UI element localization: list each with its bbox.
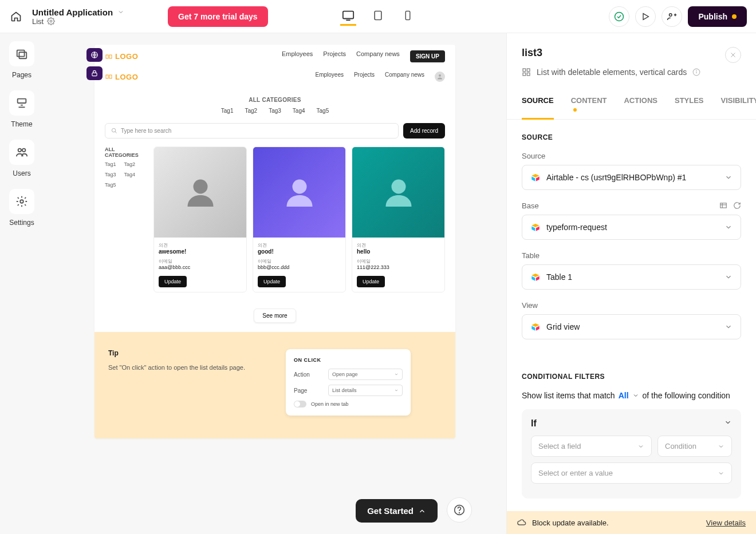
update-button[interactable]: Update [159,276,187,287]
tip-action-select[interactable]: Open page [328,369,403,380]
get-started-button[interactable]: Get Started [356,499,438,523]
sidebar-item-theme[interactable]: Theme [9,90,34,128]
tip-action-label: Action [294,371,328,378]
view-label: View [522,301,538,310]
table-value: Table 1 [546,272,572,282]
nav-news[interactable]: Company news [356,50,400,62]
refresh-icon[interactable] [733,201,741,209]
page-name: List [32,17,44,26]
open-new-tab-toggle[interactable] [294,401,306,408]
svg-point-15 [18,149,21,152]
svg-marker-52 [536,276,540,281]
nav2-news[interactable]: Company news [385,72,424,82]
help-button[interactable] [447,497,472,523]
cond-field-select[interactable]: Select a field [531,436,652,457]
card-opinion: hello [357,248,440,255]
base-label: Base [522,201,539,210]
logo-2: LOGO [105,73,138,81]
svg-rect-1 [343,11,353,19]
sidebar-item-users[interactable]: Users [9,140,34,177]
list-card[interactable]: 의견 hello 이메일 111@222.333 Update [352,147,445,292]
preview-canvas[interactable]: LOGO Employees Projects Company news SIG… [94,45,455,438]
gear-icon[interactable] [47,17,55,25]
cloud-icon [517,518,526,527]
svg-rect-12 [18,99,26,103]
nav2-projects[interactable]: Projects [354,72,375,82]
device-mobile[interactable] [400,7,416,26]
publish-button[interactable]: Publish [688,6,747,27]
tag[interactable]: Tag2 [245,108,257,114]
svg-point-29 [391,180,405,194]
update-button[interactable]: Update [357,276,385,287]
chevron-down-icon[interactable] [117,9,124,15]
svg-rect-22 [106,75,108,78]
sidebar-item-pages[interactable]: Pages [9,41,34,79]
device-tablet[interactable] [370,7,386,26]
add-record-button[interactable]: Add record [403,123,445,139]
nav-employees[interactable]: Employees [282,50,313,62]
tab-content[interactable]: CONTENT [571,90,607,119]
card-label: 이메일 [159,258,242,264]
preview-button[interactable] [635,6,656,27]
tag[interactable]: Tag5 [317,108,329,114]
page-badge-lock[interactable] [86,66,103,80]
table-select[interactable]: Table 1 [522,264,741,290]
see-more-button[interactable]: See more [254,308,296,323]
home-button[interactable] [9,10,23,23]
app-title: Untitled Application [32,7,113,17]
cond-all-dropdown[interactable]: All [619,391,629,400]
tab-actions[interactable]: ACTIONS [624,90,657,119]
update-button[interactable]: Update [258,276,286,287]
card-label: 의견 [258,242,341,248]
side-tag[interactable]: Tag4 [124,172,136,177]
cond-condition-select[interactable]: Condition [657,436,732,457]
tag[interactable]: Tag4 [293,108,305,114]
close-panel-button[interactable] [725,47,741,63]
search-input[interactable]: Type here to search [105,123,399,139]
nav-projects[interactable]: Projects [323,50,346,62]
card-opinion: good! [258,248,341,255]
sidebar-item-settings[interactable]: Settings [9,189,34,227]
base-select[interactable]: typeform-request [522,215,741,240]
tab-source[interactable]: SOURCE [522,90,554,119]
share-button[interactable] [662,6,682,27]
tag[interactable]: Tag1 [221,108,234,114]
tab-visibility[interactable]: VISIBILITY [721,90,756,119]
list-card[interactable]: 의견 awesome! 이메일 aaa@bbb.ccc Update [153,147,247,292]
view-details-link[interactable]: View details [706,519,746,527]
tag[interactable]: Tag3 [269,108,281,114]
side-tag[interactable]: Tag5 [105,182,116,188]
svg-marker-54 [531,326,535,331]
source-select[interactable]: Airtable - cs (usrt9gElRHBOPbWnp) #1 [522,165,741,190]
card-label: 이메일 [357,258,440,264]
source-label: Source [522,152,545,160]
svg-rect-23 [109,75,112,78]
svg-rect-20 [106,55,108,58]
view-select[interactable]: Grid view [522,314,741,339]
chevron-down-icon[interactable] [724,418,732,426]
device-desktop[interactable] [340,7,356,26]
svg-marker-6 [643,13,648,19]
cond-value-input[interactable]: Select or enter a value [531,462,732,484]
card-image [352,147,444,238]
svg-marker-43 [536,177,540,181]
cond-filters-heading: CONDITIONAL FILTERS [522,373,741,381]
avatar-icon[interactable] [435,72,445,82]
side-tag[interactable]: Tag1 [105,161,116,167]
svg-point-31 [459,513,460,513]
list-card[interactable]: 의견 good! 이메일 bbb@ccc.ddd Update [253,147,346,292]
nav2-employees[interactable]: Employees [315,72,343,82]
svg-point-25 [112,128,115,132]
info-icon[interactable] [692,68,700,76]
side-tag[interactable]: Tag2 [124,161,136,167]
tip-page-select[interactable]: List details [328,385,403,396]
tab-styles[interactable]: STYLES [675,90,704,119]
side-tag[interactable]: Tag3 [105,172,116,177]
table-icon[interactable] [719,201,727,209]
cond-pre-text: Show list items that match [522,391,615,400]
status-check-button[interactable] [609,6,629,27]
trial-button[interactable]: Get 7 more trial days [168,6,268,27]
signup-button[interactable]: SIGN UP [410,50,445,62]
page-badge-globe[interactable] [86,48,103,62]
left-sidebar: Pages Theme Users Settings [0,33,44,534]
